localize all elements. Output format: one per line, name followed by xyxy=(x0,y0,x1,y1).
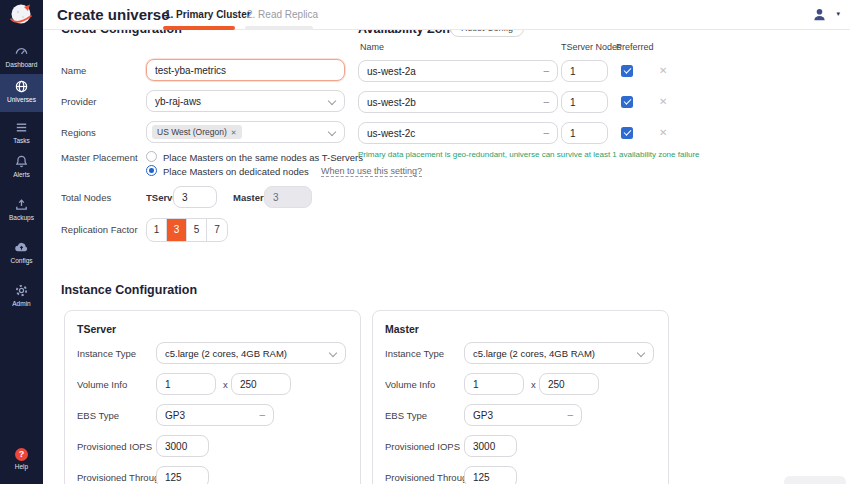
az-name-value: us-west-2a xyxy=(367,66,416,77)
ebs-type-select[interactable]: GP3 xyxy=(156,404,274,426)
volume-size-input[interactable] xyxy=(539,373,599,395)
page-title: Create universe xyxy=(57,6,170,23)
sidebar-item-label: Help xyxy=(0,463,43,470)
replication-factor-label: Replication Factor xyxy=(61,224,138,235)
chevron-down-icon xyxy=(328,128,336,136)
volume-count-input[interactable] xyxy=(156,373,216,395)
remove-az-icon[interactable] xyxy=(659,96,667,107)
preferred-checkbox[interactable] xyxy=(621,65,633,77)
az-node-count-input[interactable] xyxy=(561,91,608,113)
name-label: Name xyxy=(61,65,86,76)
tasks-list-icon xyxy=(14,120,29,135)
az-name-select[interactable]: us-west-2c xyxy=(358,122,558,144)
volume-size-input[interactable] xyxy=(231,373,291,395)
tserver-panel: TServer Instance Type c5.large (2 cores,… xyxy=(64,310,361,484)
volume-info-label: Volume Info xyxy=(385,379,435,390)
tab-primary-cluster[interactable]: 1. Primary Cluster xyxy=(165,9,251,20)
sidebar-item-label: Dashboard xyxy=(0,61,43,68)
region-chip-label: US West (Oregon) xyxy=(157,127,227,137)
regions-select[interactable]: US West (Oregon) xyxy=(146,121,345,143)
az-node-count-input[interactable] xyxy=(561,122,608,144)
provisioned-iops-input[interactable] xyxy=(464,435,517,457)
provisioned-iops-label: Provisioned IOPS xyxy=(385,441,460,452)
az-col-name: Name xyxy=(360,42,384,52)
instance-config-heading: Instance Configuration xyxy=(61,283,197,297)
az-node-count-input[interactable] xyxy=(561,60,608,82)
sidebar-item-label: Configs xyxy=(0,257,43,264)
radio-same-nodes-label: Place Masters on the same nodes as T-Ser… xyxy=(163,152,363,163)
user-menu[interactable]: ▾ xyxy=(812,6,840,24)
master-count-input xyxy=(264,186,312,208)
active-tab-underline xyxy=(163,26,235,30)
rf-option-7[interactable]: 7 xyxy=(207,219,227,241)
regions-label: Regions xyxy=(61,127,96,138)
az-name-value: us-west-2b xyxy=(367,97,416,108)
app-logo[interactable] xyxy=(0,0,43,30)
preferred-checkbox[interactable] xyxy=(621,127,633,139)
instance-type-label: Instance Type xyxy=(385,348,444,359)
region-chip[interactable]: US West (Oregon) xyxy=(152,125,242,139)
provider-label: Provider xyxy=(61,96,96,107)
volume-count-input[interactable] xyxy=(464,373,524,395)
sidebar-item-label: Universes xyxy=(0,96,43,103)
total-nodes-label: Total Nodes xyxy=(61,192,111,203)
instance-type-select[interactable]: c5.large (2 cores, 4GB RAM) xyxy=(156,342,346,364)
radio-dedicated-nodes[interactable] xyxy=(146,165,157,176)
az-col-preferred: Preferred xyxy=(616,42,654,52)
chat-bubble[interactable] xyxy=(784,476,846,484)
provisioned-throughput-input[interactable] xyxy=(464,466,517,484)
sidebar-item-universes[interactable]: Universes xyxy=(0,74,43,112)
select-indicator-icon xyxy=(543,123,549,145)
instance-type-label: Instance Type xyxy=(77,348,136,359)
remove-az-icon[interactable] xyxy=(659,127,667,138)
preferred-checkbox[interactable] xyxy=(621,96,633,108)
sidebar-item-label: Admin xyxy=(0,300,43,307)
provisioned-iops-input[interactable] xyxy=(156,435,209,457)
volume-times-label: x xyxy=(531,379,536,390)
az-col-tserver-nodes: TServer Nodes xyxy=(561,42,622,52)
configs-cloud-icon xyxy=(14,240,29,255)
remove-region-icon[interactable] xyxy=(231,127,237,137)
sidebar-item-label: Alerts xyxy=(0,171,43,178)
tab-read-replica[interactable]: 2. Read Replica xyxy=(247,9,318,20)
sidebar-item-label: Backups xyxy=(0,214,43,221)
radio-same-nodes[interactable] xyxy=(146,151,157,162)
sidebar-item-help[interactable]: Help xyxy=(0,448,43,470)
geo-redundancy-note: Primary data placement is geo-redundant,… xyxy=(358,150,700,159)
instance-type-value: c5.large (2 cores, 4GB RAM) xyxy=(473,348,595,359)
top-bar: Create universe 1. Primary Cluster 2. Re… xyxy=(43,0,850,30)
volume-times-label: x xyxy=(223,379,228,390)
sidebar-item-tasks[interactable]: Tasks xyxy=(0,120,43,144)
rf-option-3[interactable]: 3 xyxy=(167,219,187,241)
rf-option-1[interactable]: 1 xyxy=(147,219,167,241)
ebs-type-label: EBS Type xyxy=(77,410,119,421)
sidebar-item-dashboard[interactable]: Dashboard xyxy=(0,44,43,68)
provisioned-throughput-input[interactable] xyxy=(156,466,209,484)
remove-az-icon[interactable] xyxy=(659,65,667,76)
sidebar-item-configs[interactable]: Configs xyxy=(0,240,43,264)
rf-option-5[interactable]: 5 xyxy=(187,219,207,241)
ebs-type-label: EBS Type xyxy=(385,410,427,421)
tserver-panel-title: TServer xyxy=(77,323,116,335)
replication-factor-group: 1 3 5 7 xyxy=(146,218,228,242)
instance-type-select[interactable]: c5.large (2 cores, 4GB RAM) xyxy=(464,342,654,364)
name-input[interactable] xyxy=(146,59,345,81)
chevron-down-icon xyxy=(328,97,336,105)
master-placement-label: Master Placement xyxy=(61,152,138,163)
instance-type-value: c5.large (2 cores, 4GB RAM) xyxy=(165,348,287,359)
master-count-label: Master xyxy=(233,192,264,203)
select-indicator-icon xyxy=(543,92,549,114)
sidebar-item-backups[interactable]: Backups xyxy=(0,197,43,221)
az-name-select[interactable]: us-west-2a xyxy=(358,60,558,82)
provider-select[interactable]: yb-raj-aws xyxy=(146,90,345,112)
tserver-count-input[interactable] xyxy=(173,186,217,208)
sidebar-item-admin[interactable]: Admin xyxy=(0,283,43,307)
user-icon xyxy=(812,7,827,22)
ebs-type-select[interactable]: GP3 xyxy=(464,404,582,426)
volume-info-label: Volume Info xyxy=(77,379,127,390)
sidebar-item-label: Tasks xyxy=(0,137,43,144)
when-to-use-link[interactable]: When to use this setting? xyxy=(321,166,422,177)
az-name-select[interactable]: us-west-2b xyxy=(358,91,558,113)
backups-upload-icon xyxy=(14,197,29,212)
sidebar-item-alerts[interactable]: Alerts xyxy=(0,154,43,178)
